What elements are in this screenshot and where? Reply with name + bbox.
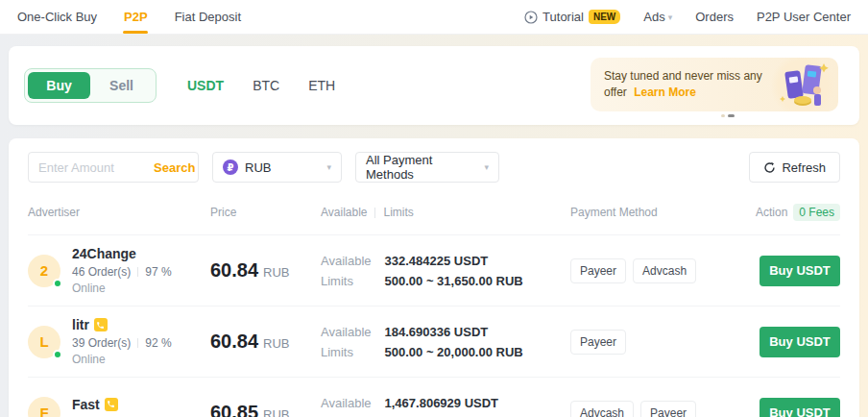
advertiser-name[interactable]: litr	[72, 317, 89, 332]
payment-method-select[interactable]: All Payment Methods ▾	[355, 152, 499, 183]
advertiser-avatar[interactable]: 2	[28, 255, 60, 287]
learn-more-link[interactable]: Learn More	[634, 86, 696, 99]
nav-fiat-deposit[interactable]: Fiat Deposit	[175, 0, 241, 34]
tutorial-link[interactable]: Tutorial NEW	[524, 10, 620, 24]
amount-input[interactable]	[29, 160, 142, 175]
zero-fees-badge: 0 Fees	[793, 204, 840, 221]
nav-one-click-buy[interactable]: One-Click Buy	[17, 0, 97, 34]
advertiser-cell: 2 24Change 46 Order(s)	[28, 246, 210, 295]
online-status: Online	[72, 353, 172, 366]
action-cell: Buy USDT	[743, 256, 840, 286]
header-available: Available	[321, 206, 367, 219]
nav-left: One-Click Buy P2P Fiat Deposit	[17, 0, 241, 34]
action-cell: Buy USDT	[743, 398, 840, 417]
advertiser-cell: L litr 39 Order(s)	[28, 317, 210, 366]
refresh-button[interactable]: Refresh	[749, 152, 840, 183]
nav-right: Tutorial NEW Ads ▾ Orders P2P User Cente…	[524, 10, 851, 24]
buy-usdt-button[interactable]: Buy USDT	[760, 327, 840, 357]
carousel-dot[interactable]	[721, 114, 725, 117]
payment-methods: PayeerAdvcash	[570, 258, 743, 283]
header-payment-method: Payment Method	[570, 206, 743, 219]
fiat-select[interactable]: ₽ RUB ▾	[212, 152, 342, 183]
advertiser-info: Fast 120 Order(s) 100 %	[72, 397, 184, 417]
advertiser-cell: F Fast 120 Order(s)	[28, 397, 210, 417]
verified-phone-badge-icon	[94, 318, 108, 331]
advertiser-info: litr 39 Order(s) 92 % Online	[72, 317, 172, 366]
refresh-icon	[763, 161, 776, 174]
offers-card: Search ₽ RUB ▾ All Payment Methods ▾ Ref…	[9, 138, 859, 417]
nav-ads[interactable]: Ads ▾	[643, 10, 672, 24]
fiat-value: ₽ RUB	[223, 159, 271, 175]
nav-orders[interactable]: Orders	[695, 10, 734, 24]
advertiser-avatar[interactable]: F	[28, 397, 60, 417]
offer-list: 2 24Change 46 Order(s)	[28, 234, 840, 417]
buy-usdt-button[interactable]: Buy USDT	[760, 398, 840, 417]
buy-tab[interactable]: Buy	[28, 72, 90, 99]
tab-usdt[interactable]: USDT	[187, 78, 224, 93]
divider	[374, 208, 375, 218]
limits-value: 500.00 ~ 30,000.00 RUB	[385, 413, 523, 417]
avatar-letter: F	[39, 405, 48, 417]
price-value: 60.85	[210, 402, 258, 417]
advertiser-avatar[interactable]: L	[28, 326, 60, 358]
search-button[interactable]: Search	[142, 160, 206, 175]
offer-row: F Fast 120 Order(s)	[28, 377, 840, 417]
limits-label: Limits	[321, 271, 372, 291]
advertiser-name[interactable]: 24Change	[72, 246, 136, 261]
filter-row: Search ₽ RUB ▾ All Payment Methods ▾ Ref…	[28, 152, 840, 183]
top-nav: One-Click Buy P2P Fiat Deposit Tutorial …	[0, 0, 868, 35]
avatar-letter: 2	[40, 262, 48, 279]
chevron-down-icon: ▾	[668, 12, 673, 22]
payment-methods: Payeer	[570, 330, 743, 355]
available-value: 184.690336 USDT	[385, 322, 523, 342]
price-value: 60.84	[210, 331, 258, 352]
available-limits-cell: Available Limits 332.484225 USDT 500.00 …	[321, 251, 570, 291]
price-value: 60.84	[210, 259, 258, 281]
carousel-dot-active[interactable]	[728, 114, 735, 117]
nav-p2p-label: P2P	[124, 10, 148, 24]
order-count: 39 Order(s)	[72, 336, 131, 350]
play-circle-icon	[524, 11, 538, 24]
buy-usdt-button[interactable]: Buy USDT	[760, 256, 840, 286]
offer-row: 2 24Change 46 Order(s)	[28, 234, 840, 306]
tab-btc[interactable]: BTC	[253, 78, 279, 93]
divider	[137, 267, 138, 277]
coin-tabs: USDT BTC ETH	[187, 78, 335, 93]
limits-value: 500.00 ~ 31,650.00 RUB	[385, 271, 523, 291]
offer-row: L litr 39 Order(s)	[28, 306, 840, 377]
price-currency: RUB	[263, 336, 289, 351]
nav-p2p[interactable]: P2P	[124, 0, 148, 34]
table-header: Advertiser Price Available Limits Paymen…	[28, 204, 840, 234]
trade-card: Buy Sell USDT BTC ETH Stay tuned and nev…	[9, 46, 859, 125]
tab-eth[interactable]: ETH	[308, 78, 335, 93]
limits-label: Limits	[321, 413, 372, 417]
carousel-dots	[721, 114, 735, 117]
header-available-limits: Available Limits	[321, 206, 570, 219]
fiat-label: RUB	[245, 160, 271, 175]
available-limits-cell: Available Limits 1,467.806929 USDT 500.0…	[321, 393, 570, 417]
payment-method-chip: Payeer	[640, 401, 696, 417]
online-dot-icon	[53, 279, 62, 288]
payment-method-chip: Payeer	[570, 258, 626, 283]
payment-method-chip: Advcash	[570, 401, 634, 417]
available-label: Available	[321, 251, 372, 271]
order-count: 46 Order(s)	[72, 265, 131, 279]
nav-user-center[interactable]: P2P User Center	[757, 10, 851, 24]
available-label: Available	[321, 393, 372, 413]
advertiser-meta: 46 Order(s) 97 %	[72, 265, 172, 279]
banner-line2: offer	[604, 86, 627, 99]
tutorial-label: Tutorial	[542, 10, 584, 24]
active-tab-underline	[123, 31, 148, 34]
header-advertiser: Advertiser	[28, 206, 210, 219]
available-limits-cell: Available Limits 184.690336 USDT 500.00 …	[321, 322, 570, 362]
buy-sell-toggle: Buy Sell	[24, 68, 157, 103]
advertiser-name[interactable]: Fast	[72, 397, 100, 412]
available-value: 332.484225 USDT	[385, 251, 523, 271]
verified-phone-badge-icon	[105, 398, 118, 411]
banner-illustration-icon	[771, 58, 834, 111]
avatar-letter: L	[39, 333, 48, 350]
limits-value: 500.00 ~ 20,000.00 RUB	[385, 342, 523, 362]
refresh-label: Refresh	[782, 160, 826, 175]
sell-tab[interactable]: Sell	[90, 72, 153, 99]
nav-ads-label: Ads	[643, 10, 664, 24]
